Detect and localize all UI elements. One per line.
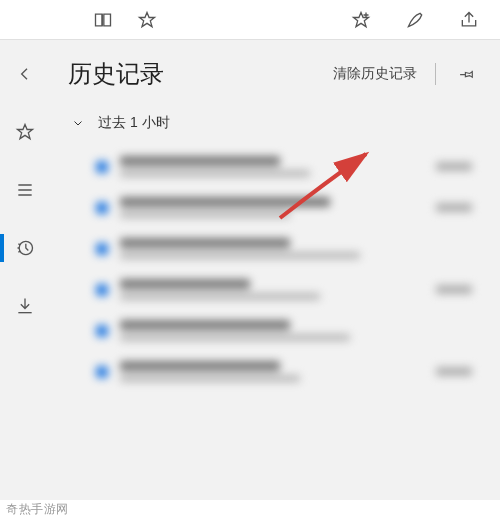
section-label: 过去 1 小时 — [98, 114, 170, 132]
panel-header: 历史记录 清除历史记录 — [68, 58, 480, 90]
history-list — [68, 146, 480, 392]
history-item-text — [120, 361, 424, 382]
top-right-actions — [348, 7, 500, 33]
pin-icon[interactable] — [454, 61, 480, 87]
rail-downloads[interactable] — [0, 288, 50, 324]
history-item-text — [120, 156, 424, 177]
history-item-time — [436, 367, 472, 376]
history-item[interactable] — [68, 187, 480, 228]
history-item[interactable] — [68, 351, 480, 392]
rail-history[interactable] — [0, 230, 50, 266]
rail-back-button[interactable] — [0, 56, 50, 92]
history-panel: 历史记录 清除历史记录 过去 1 小时 — [50, 40, 500, 500]
favicon-icon — [96, 202, 108, 214]
clear-history-link[interactable]: 清除历史记录 — [333, 65, 417, 83]
panel-title: 历史记录 — [68, 58, 164, 90]
hub-rail — [0, 40, 50, 500]
share-icon[interactable] — [456, 7, 482, 33]
reading-view-icon[interactable] — [90, 7, 116, 33]
web-notes-icon[interactable] — [402, 7, 428, 33]
history-item-text — [120, 320, 472, 341]
favicon-icon — [96, 161, 108, 173]
main-area: 历史记录 清除历史记录 过去 1 小时 — [0, 40, 500, 500]
section-past-hour[interactable]: 过去 1 小时 — [68, 108, 480, 146]
history-item-text — [120, 279, 424, 300]
history-item-time — [436, 203, 472, 212]
favicon-icon — [96, 366, 108, 378]
address-bar-actions — [0, 7, 160, 33]
add-favorite-icon[interactable] — [348, 7, 374, 33]
history-item-text — [120, 197, 424, 218]
browser-top-bar — [0, 0, 500, 40]
star-icon[interactable] — [134, 7, 160, 33]
rail-favorites[interactable] — [0, 114, 50, 150]
favicon-icon — [96, 243, 108, 255]
header-divider — [435, 63, 436, 85]
rail-reading-list[interactable] — [0, 172, 50, 208]
history-item[interactable] — [68, 269, 480, 310]
favicon-icon — [96, 325, 108, 337]
chevron-down-icon — [72, 117, 84, 129]
history-item-text — [120, 238, 472, 259]
watermark: 奇热手游网 — [0, 500, 500, 518]
favicon-icon — [96, 284, 108, 296]
history-item[interactable] — [68, 310, 480, 351]
history-item-time — [436, 162, 472, 171]
history-item[interactable] — [68, 228, 480, 269]
history-item[interactable] — [68, 146, 480, 187]
history-item-time — [436, 285, 472, 294]
